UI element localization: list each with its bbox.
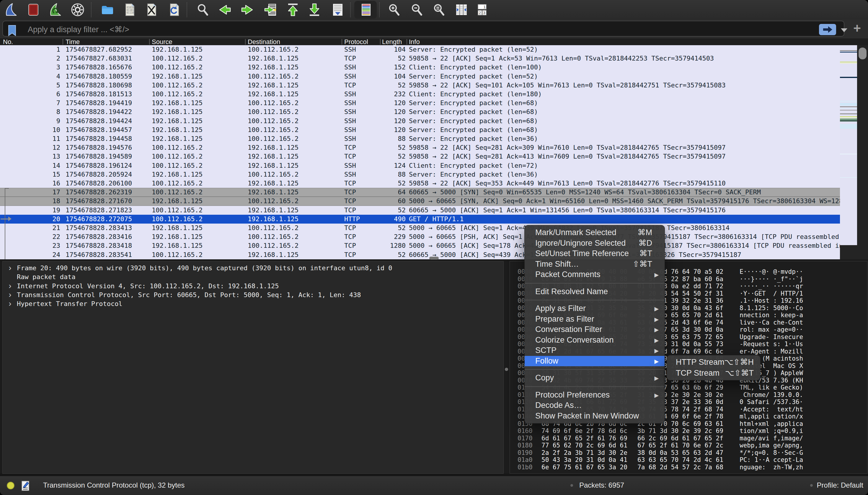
column-separator[interactable] [63, 39, 63, 45]
menu-item-packet-comments[interactable]: Packet Comments▶ [525, 269, 664, 280]
capture-comment-icon[interactable] [21, 480, 30, 491]
hex-row-01b0[interactable]: 01b06e 67 75 61 67 65 3a 207a 68 2d 54 5… [510, 464, 867, 471]
detail-line-raw[interactable]: Raw packet data [3, 273, 502, 281]
expand-chevron-icon[interactable]: › [6, 281, 14, 291]
menu-item-set-unset-time-reference[interactable]: Set/Unset Time Reference⌘T [525, 249, 664, 259]
expand-chevron-icon[interactable]: › [6, 263, 14, 273]
menu-item-shortcut: ⌘M [638, 227, 653, 238]
menu-item-decode-as[interactable]: Decode As… [525, 400, 664, 411]
menu-item-sctp[interactable]: SCTP▶ [525, 345, 664, 356]
packet-row-7[interactable]: 71754678828.194419192.168.1.125100.112.1… [0, 99, 840, 107]
packet-row-3[interactable]: 31754678828.165676100.112.165.2192.168.1… [0, 63, 840, 72]
horizontal-splitter-handle[interactable] [429, 257, 439, 260]
ascii-left: tion/xml [740, 427, 769, 435]
packet-row-17[interactable]: 171754678828.262319100.112.165.2192.168.… [0, 188, 840, 197]
packet-row-12[interactable]: 121754678828.194576100.112.165.2192.168.… [0, 143, 840, 152]
menu-item-show-packet-in-new-window[interactable]: Show Packet in New Window [525, 411, 664, 422]
packet-row-11[interactable]: 111754678828.194458192.168.1.125100.112.… [0, 134, 840, 143]
detail-line-internet[interactable]: ›Internet Protocol Version 4, Src: 100.1… [3, 282, 502, 291]
column-header-length[interactable]: Length [382, 38, 402, 45]
ascii-right: f,image/ [773, 435, 803, 442]
status-profile[interactable]: Profile: Default [817, 481, 863, 489]
packet-row-6[interactable]: 61754678828.181513100.112.165.2192.168.1… [0, 90, 840, 99]
packet-row-21[interactable]: 211754678828.283413192.168.1.125100.112.… [0, 224, 840, 233]
column-header-destination[interactable]: Destination [248, 38, 280, 45]
column-header-no[interactable]: No. [3, 38, 13, 45]
menu-item-edit-resolved-name[interactable]: Edit Resolved Name [525, 287, 664, 297]
packet-row-13[interactable]: 131754678828.194589100.112.165.2192.168.… [0, 152, 840, 161]
packet-row-24[interactable]: 241754678828.283541100.112.165.2192.168.… [0, 251, 840, 259]
ascii-left: mage/avi [740, 435, 769, 442]
submenu-item-http-stream[interactable]: HTTP Stream⌥⇧⌘H [667, 357, 760, 368]
packet-row-22[interactable]: 221754678828.283416192.168.1.125100.112.… [0, 233, 840, 241]
vertical-splitter-handle[interactable] [505, 368, 508, 371]
column-header-protocol[interactable]: Protocol [344, 38, 368, 45]
packet-row-10[interactable]: 101754678828.194457192.168.1.125100.112.… [0, 125, 840, 134]
packet-row-16[interactable]: 161754678828.206100100.112.165.2192.168.… [0, 179, 840, 188]
cell-info: 59858 → 22 [ACK] Seq=101 Ack=105 Win=761… [409, 81, 840, 90]
detail-line-frame[interactable]: ›Frame 20: 490 bytes on wire (3920 bits)… [3, 264, 502, 273]
ascii-right: ,applica [773, 420, 803, 428]
cell-dest: 100.112.165.2 [248, 125, 342, 134]
hex-row-0160[interactable]: 016074 69 6f 6e 2f 78 6d 6c3b 71 3d 30 2… [510, 427, 867, 435]
packet-row-15[interactable]: 151754678828.205924192.168.1.125100.112.… [0, 170, 840, 179]
packet-row-23[interactable]: 231754678828.283418192.168.1.125100.112.… [0, 241, 840, 250]
column-separator[interactable] [380, 39, 381, 45]
menu-item-apply-as-filter[interactable]: Apply as Filter▶ [525, 303, 664, 314]
expand-chevron-icon[interactable]: › [6, 290, 14, 300]
column-header-info[interactable]: Info [409, 38, 420, 45]
expand-chevron-icon[interactable]: › [6, 299, 14, 308]
packet-row-5[interactable]: 51754678828.180698100.112.165.2192.168.1… [0, 81, 840, 90]
submenu-arrow-icon: ▶ [654, 304, 659, 314]
scrollbar-thumb[interactable] [858, 48, 867, 59]
cell-time: 1754678828.181513 [66, 90, 150, 99]
cell-info: 60665 → 5000 [SYN] Seq=0 Win=65535 Len=0… [409, 188, 840, 197]
menu-item-follow[interactable]: Follow▶ [525, 356, 664, 366]
column-separator[interactable] [406, 39, 407, 45]
menu-item-ignore-unignore-selected[interactable]: Ignore/Unignore Selected⌘D [525, 238, 664, 249]
cell-length: 490 [379, 215, 406, 224]
submenu-arrow-icon: ▶ [654, 270, 659, 280]
expert-info-dot-icon[interactable] [7, 482, 15, 489]
packet-details-pane: ›Frame 20: 490 bytes on wire (3920 bits)… [2, 261, 504, 474]
chevron-down-icon[interactable] [841, 28, 847, 32]
cell-protocol: TCP [344, 152, 379, 161]
packet-row-4[interactable]: 41754678828.180559192.168.1.125100.112.1… [0, 72, 840, 81]
detail-line-hypertext[interactable]: ›Hypertext Transfer Protocol [3, 300, 502, 308]
detail-line-transmission[interactable]: ›Transmission Control Protocol, Src Port… [3, 291, 502, 300]
add-filter-button[interactable]: + [850, 20, 864, 37]
column-separator[interactable] [342, 39, 342, 45]
cell-source: 100.112.165.2 [152, 90, 245, 99]
cell-time: 1754678828.180559 [66, 72, 150, 81]
menu-item-prepare-as-filter[interactable]: Prepare as Filter▶ [525, 314, 664, 325]
packet-list-scrollbar[interactable] [857, 45, 868, 259]
menu-separator [525, 300, 664, 301]
hex-row-01a0[interactable]: 01a050 43 3a 20 31 0d 0a 4163 63 65 70 7… [510, 456, 867, 464]
packet-row-2[interactable]: 21754678827.683031100.112.165.2192.168.1… [0, 54, 840, 63]
packet-row-20[interactable]: 201754678828.272075100.112.165.2192.168.… [0, 215, 840, 224]
submenu-item-tcp-stream[interactable]: TCP Stream⌥⇧⌘T [667, 368, 760, 379]
hex-row-0170[interactable]: 01706d 61 67 65 2f 61 76 6966 2c 69 6d 6… [510, 435, 867, 442]
packet-row-19[interactable]: 191754678828.271823100.112.165.2192.168.… [0, 206, 840, 215]
menu-item-copy[interactable]: Copy▶ [525, 373, 664, 383]
menu-item-label: Set/Unset Time Reference [535, 249, 629, 259]
hex-row-0190[interactable]: 01902a 2f 2a 3b 71 3d 30 2e38 0d 0a 53 6… [510, 449, 867, 457]
packet-row-9[interactable]: 91754678828.194424192.168.1.125100.112.1… [0, 117, 840, 125]
packet-row-18[interactable]: 181754678828.271670192.168.1.125100.112.… [0, 197, 840, 206]
packet-row-1[interactable]: 11754678827.682952192.168.1.125100.112.1… [0, 45, 840, 54]
cell-length: 104 [379, 72, 406, 81]
packet-row-14[interactable]: 141754678828.196124100.112.165.2192.168.… [0, 161, 840, 170]
menu-item-conversation-filter[interactable]: Conversation Filter▶ [525, 324, 664, 335]
column-separator[interactable] [245, 39, 246, 45]
menu-item-protocol-preferences[interactable]: Protocol Preferences▶ [525, 390, 664, 400]
column-header-time[interactable]: Time [66, 38, 80, 45]
cell-time: 1754678827.683031 [66, 54, 150, 63]
hex-row-0180[interactable]: 018077 65 62 70 2c 69 6d 6167 65 2f 61 7… [510, 442, 867, 449]
column-header-source[interactable]: Source [152, 38, 172, 45]
packet-row-8[interactable]: 81754678828.194422192.168.1.125100.112.1… [0, 107, 840, 116]
menu-item-time-shift[interactable]: Time Shift…⇧⌘T [525, 259, 664, 270]
column-separator[interactable] [149, 39, 150, 45]
menu-item-mark-unmark-selected[interactable]: Mark/Unmark Selected⌘M [525, 227, 664, 238]
intelligent-scrollbar-minimap[interactable] [840, 45, 857, 245]
menu-item-colorize-conversation[interactable]: Colorize Conversation▶ [525, 335, 664, 345]
